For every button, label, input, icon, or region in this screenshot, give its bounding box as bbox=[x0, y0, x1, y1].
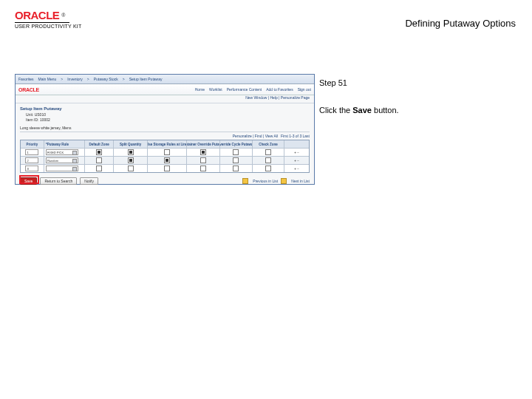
checkbox[interactable] bbox=[233, 149, 239, 155]
prev-icon bbox=[242, 178, 248, 184]
checkbox[interactable] bbox=[96, 149, 102, 155]
rule-select[interactable]: Random bbox=[46, 157, 78, 163]
crumb[interactable]: Putaway Stock bbox=[94, 77, 118, 81]
button-row: Save Return to Search Notify Previous in… bbox=[20, 177, 310, 185]
priority-input[interactable]: 1 bbox=[25, 149, 38, 155]
brand-header: ORACLE ® USER PRODUCTIVITY KIT bbox=[15, 9, 81, 29]
checkbox[interactable] bbox=[200, 166, 206, 171]
nav-link[interactable]: Sign out bbox=[298, 87, 311, 92]
oracle-logo-small: ORACLE bbox=[18, 87, 39, 92]
trademark: ® bbox=[61, 13, 65, 18]
putaway-table: Priority *Putaway Rule Default Zone Spli… bbox=[20, 140, 310, 173]
crumb[interactable]: Inventory bbox=[67, 77, 83, 81]
checkbox[interactable] bbox=[200, 157, 206, 163]
prev-link[interactable]: Previous in List bbox=[253, 179, 278, 183]
next-link[interactable]: Next in List bbox=[291, 179, 310, 183]
nav-link[interactable]: Performance Content bbox=[227, 87, 262, 92]
top-nav: Home Worklist Performance Content Add to… bbox=[195, 87, 311, 92]
instruction-text: Click the Save button. bbox=[319, 105, 516, 116]
checkbox[interactable] bbox=[128, 166, 134, 171]
app-screenshot: Favorites Main Menu > Inventory > Putawa… bbox=[15, 74, 315, 185]
checkbox[interactable] bbox=[128, 157, 134, 163]
checkbox[interactable] bbox=[164, 149, 170, 155]
meta-block: Unit: US010 Item ID: 10002 bbox=[26, 112, 310, 123]
grid-range: First 1-3 of 3 Last bbox=[281, 134, 310, 138]
checkbox[interactable] bbox=[200, 149, 206, 155]
notify-button[interactable]: Notify bbox=[80, 177, 98, 185]
nav-link[interactable]: Home bbox=[195, 87, 205, 92]
crumb[interactable]: Setup Item Putaway bbox=[129, 77, 163, 81]
rule-select[interactable]: FIXED PICK bbox=[46, 149, 78, 155]
priority-input[interactable]: 3 bbox=[25, 166, 38, 171]
checkbox[interactable] bbox=[164, 166, 170, 171]
checkbox[interactable] bbox=[128, 149, 134, 155]
save-button[interactable]: Save bbox=[20, 177, 37, 185]
checkbox[interactable] bbox=[265, 157, 271, 163]
breadcrumb-bar: Favorites Main Menu > Inventory > Putawa… bbox=[16, 75, 314, 84]
crumb[interactable]: Favorites bbox=[18, 77, 34, 81]
instruction-panel: Step 51 Click the Save button. bbox=[319, 78, 516, 117]
nav-link[interactable]: Worklist bbox=[209, 87, 222, 92]
table-row: 2 Random + − bbox=[21, 156, 309, 164]
app-header: ORACLE Home Worklist Performance Content… bbox=[16, 84, 314, 95]
checkbox[interactable] bbox=[233, 166, 239, 171]
priority-input[interactable]: 2 bbox=[25, 157, 38, 163]
table-header: Priority *Putaway Rule Default Zone Spli… bbox=[21, 140, 309, 148]
section-heading: Setup Item Putaway bbox=[20, 106, 310, 111]
checkbox[interactable] bbox=[164, 157, 170, 163]
desc-line: Long sleeve white jersey, Mens bbox=[20, 126, 310, 132]
rule-select[interactable] bbox=[46, 166, 78, 171]
subnav[interactable]: New Window | Help | Personalize Page bbox=[16, 95, 314, 103]
return-button[interactable]: Return to Search bbox=[40, 177, 77, 185]
table-row: 3 + − bbox=[21, 164, 309, 172]
nav-link[interactable]: Add to Favorites bbox=[266, 87, 293, 92]
checkbox[interactable] bbox=[233, 157, 239, 163]
grid-tools: Personalize | Find | View All First 1-3 … bbox=[20, 134, 310, 138]
oracle-logo: ORACLE bbox=[15, 9, 59, 21]
subbrand: USER PRODUCTIVITY KIT bbox=[15, 24, 81, 29]
table-row: 1 FIXED PICK + − bbox=[21, 148, 309, 156]
grid-find[interactable]: Personalize | Find | View All bbox=[233, 134, 278, 138]
checkbox[interactable] bbox=[96, 166, 102, 171]
next-icon bbox=[281, 178, 287, 184]
step-label: Step 51 bbox=[319, 78, 516, 89]
page-title: Defining Putaway Options bbox=[405, 18, 516, 29]
crumb[interactable]: Main Menu bbox=[38, 77, 57, 81]
checkbox[interactable] bbox=[265, 149, 271, 155]
checkbox[interactable] bbox=[265, 166, 271, 171]
checkbox[interactable] bbox=[96, 157, 102, 163]
